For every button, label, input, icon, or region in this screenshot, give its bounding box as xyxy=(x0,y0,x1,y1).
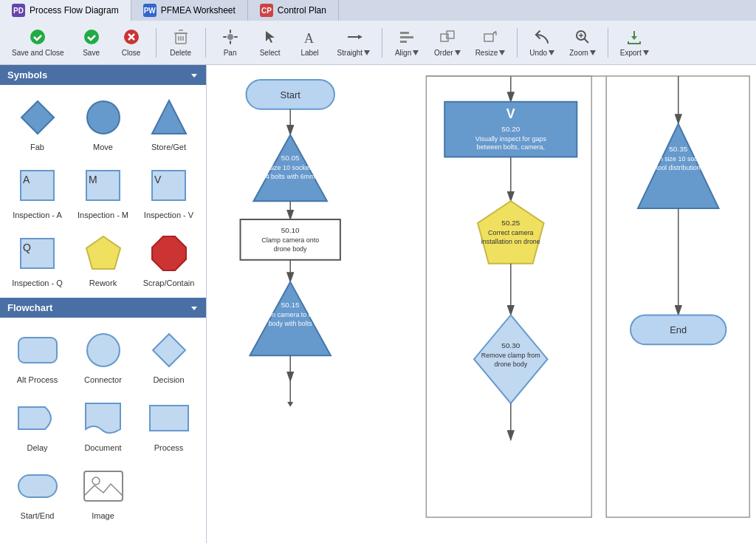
main-layout: Symbols Fab Move xyxy=(0,65,756,543)
svg-text:50.15: 50.15 xyxy=(281,301,300,309)
flowchart-section-header[interactable]: Flowchart xyxy=(0,298,206,318)
svg-text:V: V xyxy=(506,106,515,121)
symbol-inspection-q[interactable]: Q Inspection - Q xyxy=(7,228,67,290)
symbol-inspection-v[interactable]: V Inspection - V xyxy=(139,160,199,222)
symbol-decision[interactable]: Decision xyxy=(139,325,199,387)
order-button[interactable]: Order xyxy=(428,25,467,60)
zoom-button[interactable]: Zoom xyxy=(563,25,602,60)
export-dropdown-icon xyxy=(643,50,649,56)
align-button[interactable]: Align xyxy=(388,25,425,60)
symbol-inspection-m-label: Inspection - M xyxy=(78,211,128,219)
select-label: Select xyxy=(260,49,281,57)
save-button[interactable]: Save xyxy=(73,25,110,60)
tab-pd-badge: PD xyxy=(12,4,25,17)
symbol-fab[interactable]: Fab xyxy=(7,92,67,154)
export-icon xyxy=(625,28,643,47)
symbols-section-header[interactable]: Symbols xyxy=(0,65,206,85)
pan-button[interactable]: Pan xyxy=(212,25,249,60)
tab-cp-label: Control Plan xyxy=(278,5,326,16)
svg-rect-14 xyxy=(400,41,407,43)
svg-text:Clamp camera onto: Clamp camera onto xyxy=(261,236,319,244)
svg-text:M: M xyxy=(89,174,97,185)
svg-text:Q: Q xyxy=(23,242,31,253)
undo-button[interactable]: Undo xyxy=(523,25,560,60)
save-icon xyxy=(83,28,100,47)
svg-text:End: End xyxy=(670,324,687,335)
symbol-document[interactable]: Document xyxy=(73,393,133,455)
straight-button[interactable]: Straight xyxy=(331,25,376,60)
export-button[interactable]: Export xyxy=(614,25,655,60)
symbol-move[interactable]: Move xyxy=(73,92,133,154)
svg-marker-31 xyxy=(21,101,54,134)
symbol-image-label: Image xyxy=(92,511,114,520)
svg-point-1 xyxy=(84,30,99,44)
zoom-label: Zoom xyxy=(569,49,596,57)
canvas-area[interactable]: Start 50.05 Get size 10 socket and 4 bol… xyxy=(207,65,756,543)
zoom-dropdown-icon xyxy=(590,50,596,56)
symbol-inspection-a[interactable]: A Inspection - A xyxy=(7,160,67,222)
svg-text:V: V xyxy=(154,174,162,185)
svg-marker-43 xyxy=(152,236,186,270)
resize-dropdown-icon xyxy=(499,50,505,56)
label-button[interactable]: A Label xyxy=(292,25,329,60)
symbol-inspection-m[interactable]: M Inspection - M xyxy=(73,160,133,222)
align-label: Align xyxy=(395,49,419,57)
svg-line-24 xyxy=(585,39,589,44)
symbol-store-get[interactable]: Store/Get xyxy=(139,92,199,154)
sep4 xyxy=(517,28,518,58)
symbols-label: Symbols xyxy=(7,69,47,81)
svg-text:Correct camera: Correct camera xyxy=(488,229,534,236)
symbol-fab-label: Fab xyxy=(30,143,44,151)
svg-text:Return size 10 socket to: Return size 10 socket to xyxy=(643,155,714,163)
order-icon xyxy=(439,28,456,47)
save-close-button[interactable]: Save and Close xyxy=(6,25,70,60)
resize-icon xyxy=(481,28,499,47)
symbol-process[interactable]: Process xyxy=(139,393,199,455)
svg-text:Remove clamp from: Remove clamp from xyxy=(481,352,540,359)
resize-button[interactable]: Resize xyxy=(470,25,512,60)
tab-pw-label: PFMEA Worksheet xyxy=(161,5,236,16)
symbol-decision-label: Decision xyxy=(153,375,184,384)
svg-marker-47 xyxy=(153,334,185,366)
save-label: Save xyxy=(83,49,100,57)
tab-pw[interactable]: PW PFMEA Worksheet xyxy=(131,0,248,21)
symbols-grid: Fab Move Store/Get A Inspec xyxy=(0,85,206,298)
svg-marker-30 xyxy=(191,74,197,78)
symbol-rework[interactable]: Rework xyxy=(73,228,133,290)
symbol-delay[interactable]: Delay xyxy=(7,393,67,455)
symbol-image[interactable]: Image xyxy=(73,461,133,523)
symbol-alt-process[interactable]: Alt Process xyxy=(7,325,67,387)
sidebar: Symbols Fab Move xyxy=(0,65,207,543)
resize-label: Resize xyxy=(475,49,506,57)
close-icon xyxy=(123,28,140,47)
align-icon xyxy=(398,28,416,47)
svg-point-46 xyxy=(87,334,120,366)
close-button[interactable]: Close xyxy=(113,25,150,60)
svg-text:50.05: 50.05 xyxy=(281,154,300,162)
symbol-process-label: Process xyxy=(154,443,184,452)
svg-marker-15 xyxy=(413,50,419,55)
symbol-connector[interactable]: Connector xyxy=(73,325,133,387)
export-label: Export xyxy=(620,49,649,57)
straight-dropdown-icon xyxy=(364,50,370,56)
sep3 xyxy=(382,28,382,58)
flowchart-grid: Alt Process Connector Decision xyxy=(0,318,206,530)
tab-cp[interactable]: CP Control Plan xyxy=(248,0,339,21)
zoom-icon xyxy=(574,28,591,47)
tab-pd[interactable]: PD Process Flow Diagram xyxy=(0,0,131,21)
undo-dropdown-icon xyxy=(549,50,554,56)
align-dropdown-icon xyxy=(413,50,419,56)
svg-rect-49 xyxy=(18,475,57,497)
svg-text:50.20: 50.20 xyxy=(501,125,520,133)
symbol-scrap-contain[interactable]: Scrap/Contain xyxy=(139,228,199,290)
symbol-start-end[interactable]: Start/End xyxy=(7,461,67,523)
symbol-move-label: Move xyxy=(93,143,113,151)
select-button[interactable]: Select xyxy=(252,25,289,60)
svg-rect-12 xyxy=(400,32,409,34)
symbol-rework-label: Rework xyxy=(89,279,117,287)
sep2 xyxy=(205,28,206,58)
label-icon: A xyxy=(301,28,319,47)
delete-label: Delete xyxy=(170,49,191,57)
svg-marker-21 xyxy=(499,50,505,55)
delete-button[interactable]: Delete xyxy=(162,25,199,60)
